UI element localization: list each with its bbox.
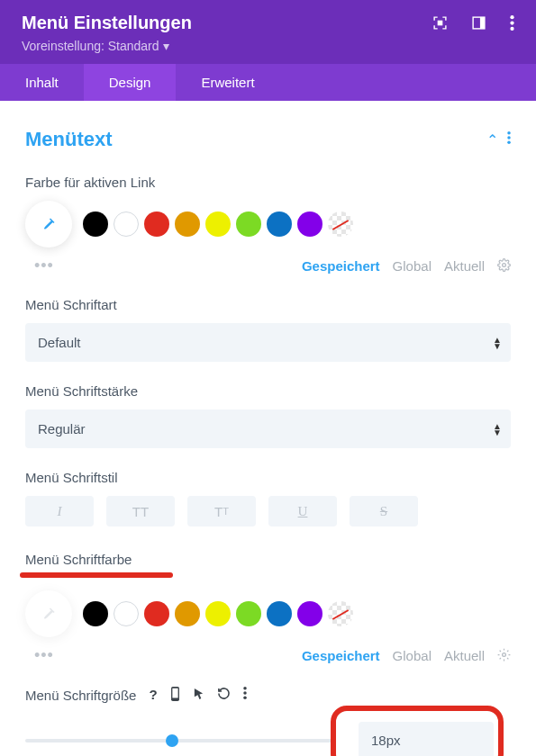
panel-title: Menü Einstellungen: [22, 13, 192, 33]
color-swatch-red[interactable]: [144, 601, 169, 626]
state-tab-saved[interactable]: Gespeichert: [302, 258, 380, 274]
state-tab-current[interactable]: Aktuell: [444, 648, 485, 663]
kebab-menu-icon[interactable]: [510, 15, 514, 31]
frame-icon[interactable]: [432, 15, 448, 31]
state-tab-current[interactable]: Aktuell: [444, 258, 485, 274]
color-swatch-white[interactable]: [114, 601, 139, 626]
color-swatch-blue[interactable]: [267, 212, 292, 237]
label-font: Menü Schriftart: [25, 297, 511, 312]
svg-rect-12: [172, 688, 177, 698]
mobile-icon[interactable]: [170, 687, 180, 704]
svg-point-7: [507, 136, 511, 140]
color-swatch-white[interactable]: [114, 212, 139, 237]
svg-point-6: [507, 131, 511, 135]
italic-button[interactable]: I: [25, 496, 94, 526]
state-tab-saved[interactable]: Gespeichert: [302, 648, 380, 663]
color-swatch-red[interactable]: [144, 212, 169, 237]
panel-header: Menü Einstellungen Voreinstellung: Stand…: [0, 0, 536, 64]
strikethrough-button[interactable]: S: [350, 496, 418, 526]
color-swatch-blue[interactable]: [267, 601, 292, 626]
eyedropper-button[interactable]: [25, 201, 72, 248]
svg-rect-0: [438, 21, 441, 24]
state-tab-global[interactable]: Global: [393, 648, 432, 663]
section-kebab-icon[interactable]: [507, 131, 511, 148]
svg-point-15: [243, 697, 247, 700]
label-font-style: Menü Schriftstil: [25, 470, 511, 485]
state-tab-global[interactable]: Global: [393, 258, 432, 274]
columns-icon[interactable]: [471, 15, 486, 31]
label-font-size: Menü Schriftgröße: [25, 688, 136, 703]
hover-icon[interactable]: [193, 687, 204, 704]
svg-point-5: [510, 27, 513, 31]
gear-icon[interactable]: [497, 648, 511, 664]
svg-point-14: [243, 691, 247, 695]
color-swatch-green[interactable]: [236, 212, 261, 237]
gear-icon[interactable]: [497, 258, 511, 274]
font-weight-select[interactable]: Regulär: [25, 410, 511, 448]
label-font-weight: Menü Schriftstärke: [25, 383, 511, 399]
tab-inhalt[interactable]: Inhalt: [0, 64, 84, 101]
help-icon[interactable]: ?: [149, 687, 157, 704]
slider-thumb[interactable]: [166, 734, 178, 747]
main-tabs: Inhalt Design Erweitert: [0, 64, 536, 101]
label-active-link-color: Farbe für aktiven Link: [25, 175, 511, 190]
color-swatch-green[interactable]: [236, 601, 261, 626]
underline-button[interactable]: U: [268, 496, 337, 526]
more-colors-icon[interactable]: •••: [25, 256, 54, 275]
font-size-input[interactable]: [359, 722, 494, 756]
color-row-font: [25, 590, 511, 637]
preset-dropdown[interactable]: Voreinstellung: Standard ▾: [22, 39, 514, 53]
svg-rect-2: [480, 17, 485, 29]
color-swatch-black[interactable]: [83, 212, 108, 237]
svg-point-10: [503, 652, 506, 656]
color-swatch-yellow[interactable]: [205, 212, 231, 237]
more-colors-icon[interactable]: •••: [25, 646, 54, 665]
uppercase-button[interactable]: TT: [106, 496, 175, 526]
preset-label: Voreinstellung: Standard: [22, 39, 159, 53]
color-swatch-purple[interactable]: [297, 212, 323, 237]
font-size-slider[interactable]: [25, 739, 332, 742]
svg-point-13: [243, 687, 247, 690]
reset-icon[interactable]: [217, 687, 231, 704]
svg-point-3: [510, 15, 513, 19]
tab-design[interactable]: Design: [84, 64, 177, 101]
caret-down-icon: ▾: [163, 39, 169, 53]
size-kebab-icon[interactable]: [243, 687, 247, 704]
svg-point-4: [510, 21, 513, 24]
tab-erweitert[interactable]: Erweitert: [176, 64, 279, 101]
collapse-icon[interactable]: ⌃: [486, 131, 498, 148]
smallcaps-button[interactable]: TT: [187, 496, 256, 526]
svg-point-9: [503, 263, 506, 266]
color-swatch-orange[interactable]: [175, 212, 200, 237]
color-swatch-black[interactable]: [83, 601, 108, 626]
color-swatch-none[interactable]: [328, 212, 353, 237]
section-title: Menütext: [25, 128, 113, 151]
eyedropper-button[interactable]: [25, 590, 72, 637]
label-font-color: Menü Schriftfarbe: [25, 552, 511, 567]
color-swatch-yellow[interactable]: [205, 601, 231, 626]
color-swatch-orange[interactable]: [175, 601, 200, 626]
color-row-active-link: [25, 201, 511, 248]
color-swatch-none[interactable]: [328, 601, 353, 626]
color-swatch-purple[interactable]: [297, 601, 323, 626]
svg-point-8: [507, 141, 511, 145]
font-select[interactable]: Default: [25, 323, 511, 362]
